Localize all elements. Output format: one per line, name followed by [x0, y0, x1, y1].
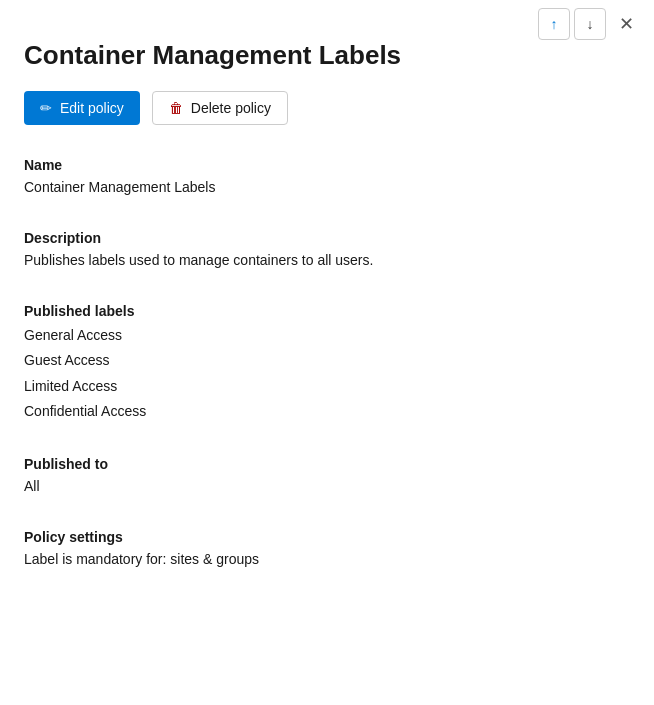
published-to-label: Published to	[24, 456, 630, 472]
edit-policy-button[interactable]: ✏ Edit policy	[24, 91, 140, 125]
scroll-down-button[interactable]: ↓	[574, 8, 606, 40]
action-bar: ✏ Edit policy 🗑 Delete policy	[24, 91, 630, 125]
published-labels-list: General AccessGuest AccessLimited Access…	[24, 323, 630, 424]
policy-settings-label: Policy settings	[24, 529, 630, 545]
name-value: Container Management Labels	[24, 177, 630, 198]
delete-policy-label: Delete policy	[191, 100, 271, 116]
edit-policy-label: Edit policy	[60, 100, 124, 116]
scroll-up-button[interactable]: ↑	[538, 8, 570, 40]
description-value: Publishes labels used to manage containe…	[24, 250, 630, 271]
published-to-section: Published to All	[24, 456, 630, 497]
list-item: Guest Access	[24, 348, 630, 373]
policy-settings-value: Label is mandatory for: sites & groups	[24, 549, 630, 570]
delete-policy-button[interactable]: 🗑 Delete policy	[152, 91, 288, 125]
published-labels-section: Published labels General AccessGuest Acc…	[24, 303, 630, 424]
published-labels-label: Published labels	[24, 303, 630, 319]
name-section: Name Container Management Labels	[24, 157, 630, 198]
published-to-value: All	[24, 476, 630, 497]
description-section: Description Publishes labels used to man…	[24, 230, 630, 271]
top-bar: ↑ ↓ ✕	[526, 0, 654, 48]
policy-settings-section: Policy settings Label is mandatory for: …	[24, 529, 630, 570]
list-item: General Access	[24, 323, 630, 348]
list-item: Limited Access	[24, 374, 630, 399]
pencil-icon: ✏	[40, 100, 52, 116]
list-item: Confidential Access	[24, 399, 630, 424]
description-label: Description	[24, 230, 630, 246]
close-button[interactable]: ✕	[610, 8, 642, 40]
trash-icon: 🗑	[169, 100, 183, 116]
main-content: Container Management Labels ✏ Edit polic…	[0, 0, 654, 618]
name-label: Name	[24, 157, 630, 173]
